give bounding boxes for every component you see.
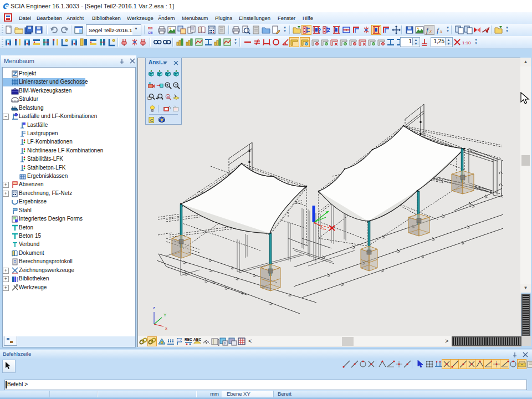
- svg-text:REC: REC: [185, 337, 192, 341]
- svg-text:z: z: [153, 305, 155, 310]
- svg-text:ABC: ABC: [193, 337, 201, 341]
- svg-text:cm: cm: [148, 30, 152, 34]
- svg-text:x: x: [165, 326, 167, 331]
- svg-text:P: P: [224, 342, 226, 345]
- svg-text:x: x: [429, 28, 432, 34]
- svg-text:Y: Y: [163, 313, 167, 318]
- svg-text:mm: mm: [148, 26, 152, 30]
- svg-text:1:10: 1:10: [462, 40, 471, 45]
- svg-text:C: C: [150, 118, 154, 123]
- svg-text:x: x: [439, 28, 442, 34]
- svg-text:R: R: [167, 95, 170, 99]
